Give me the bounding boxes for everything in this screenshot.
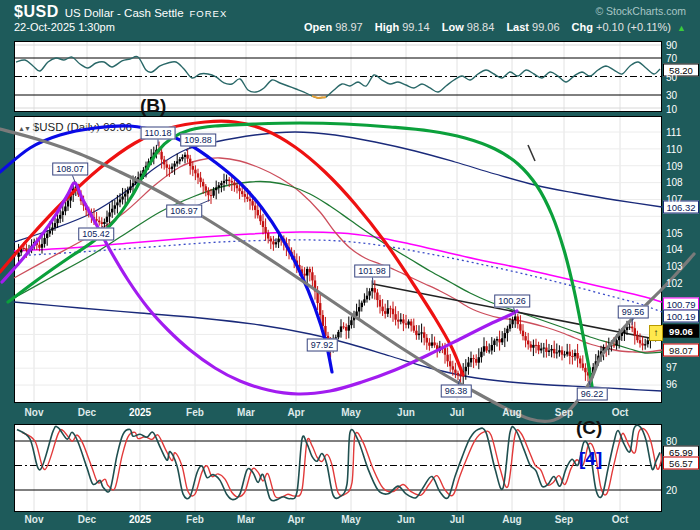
month-axis-label: May [341,514,360,525]
month-axis-label: Dec [78,514,96,525]
stockcharts-chart-window: $USDUS Dollar - Cash SettleFOREX © Stock… [0,0,700,530]
change-up-icon: ▲ [677,23,686,33]
rsi-axis-tick: 30 [666,90,677,101]
stoch-axis-tick: 80 [666,436,677,447]
breakout-up-arrow-icon: ↑ [649,325,663,341]
last-value: 99.06 [532,21,560,33]
month-axis-label: Jun [397,514,415,525]
open-label: Open [304,21,332,33]
chg-label: Chg [572,21,593,33]
price-axis-tick: 107 [666,194,683,205]
month-axis-label: Nov [25,407,44,418]
rsi-axis-tick: 10 [666,104,677,115]
month-axis-label: Nov [25,514,44,525]
updown-arrows-icon: ▲▼ [18,125,30,132]
low-label: Low [442,21,464,33]
month-axis-label: Feb [186,514,204,525]
chart-ticker-text: $USD (Daily) 99.06 [33,121,132,133]
price-axis-tick: 97 [666,362,677,373]
price-axis-tick: 108 [666,177,683,188]
chg-value: +0.10 (+0.11%) [596,21,671,33]
month-axis-label: Jun [397,407,415,418]
high-value: 99.14 [402,21,430,33]
chart-header: $USDUS Dollar - Cash SettleFOREX © Stock… [0,0,700,41]
annotation-wave-4: [4] [579,448,602,470]
copyright: © StockCharts.com [595,5,686,17]
month-axis-label: Sep [555,407,573,418]
annotation-wave-c: (C) [576,417,602,439]
swing-price-label: 105.42 [78,228,114,241]
axis-value-box: 56.57 [663,457,699,470]
month-axis-label: Aug [502,407,521,418]
price-axis-tick: 104 [666,244,683,255]
month-axis-label: Sep [555,514,573,525]
month-axis-label: 2025 [129,407,151,418]
price-axis-tick: 110 [666,144,682,155]
price-axis-tick: 111 [666,127,681,138]
month-axis-label: 2025 [129,514,151,525]
exchange: FOREX [190,8,228,19]
axis-value-box: 98.07 [663,344,699,357]
rsi-axis-tick: 70 [666,53,677,64]
month-axis-label: Feb [186,407,204,418]
price-axis-tick: 105 [666,228,683,239]
stoch-axis-tick: 20 [666,485,677,496]
price-axis-tick: 96 [666,379,677,390]
axis-value-box: 100.19 [663,310,699,323]
ohlc-quote: Open98.97 High99.14 Low98.84 Last99.06 C… [295,21,686,33]
rsi-axis-tick: 90 [666,40,677,51]
rsi-axis-tick: 50 [666,72,677,83]
month-axis-label: Jul [450,407,464,418]
price-chart-panel[interactable] [14,116,662,403]
symbol: $USD [14,3,59,20]
price-axis-tick: 109 [666,161,683,172]
month-axis-label: Dec [78,407,96,418]
symbol-name: US Dollar - Cash Settle [65,7,184,19]
swing-price-label: 99.56 [618,306,649,319]
month-axis-label: Mar [237,407,255,418]
annotation-wave-b: (B) [140,95,166,117]
axis-value-box: 99.06 [663,325,699,338]
swing-price-label: 110.18 [141,127,176,140]
low-value: 98.84 [467,21,495,33]
open-value: 98.97 [335,21,363,33]
swing-price-label: 96.38 [441,385,472,398]
datetime: 22-Oct-2025 1:30pm [14,21,115,33]
high-label: High [375,21,399,33]
swing-price-label: 106.97 [166,205,202,218]
price-axis-tick: 102 [666,278,683,289]
swing-price-label: 101.98 [354,265,390,278]
swing-price-label: 100.26 [494,295,530,308]
quote-row: 22-Oct-2025 1:30pm Open98.97 High99.14 L… [14,21,686,37]
stochastics-indicator-panel[interactable] [14,424,662,512]
swing-price-label: 97.92 [307,339,338,352]
swing-price-label: 109.88 [180,134,216,147]
rsi-indicator-panel[interactable] [14,41,662,112]
month-axis-label: May [341,407,360,418]
price-axis-tick: 103 [666,261,683,272]
month-axis-label: Oct [612,407,629,418]
month-axis-label: Jul [450,514,464,525]
month-axis-label: Apr [287,514,304,525]
title-row: $USDUS Dollar - Cash SettleFOREX © Stock… [14,3,686,21]
month-axis-label: Apr [287,407,304,418]
chart-ticker-label: ▲▼$USD (Daily) 99.06 [18,121,132,133]
swing-price-label: 96.22 [577,388,608,401]
swing-price-label: 108.07 [52,163,88,176]
last-label: Last [506,21,529,33]
month-axis-label: Mar [237,514,255,525]
month-axis-label: Aug [502,514,521,525]
month-axis-label: Oct [612,514,629,525]
